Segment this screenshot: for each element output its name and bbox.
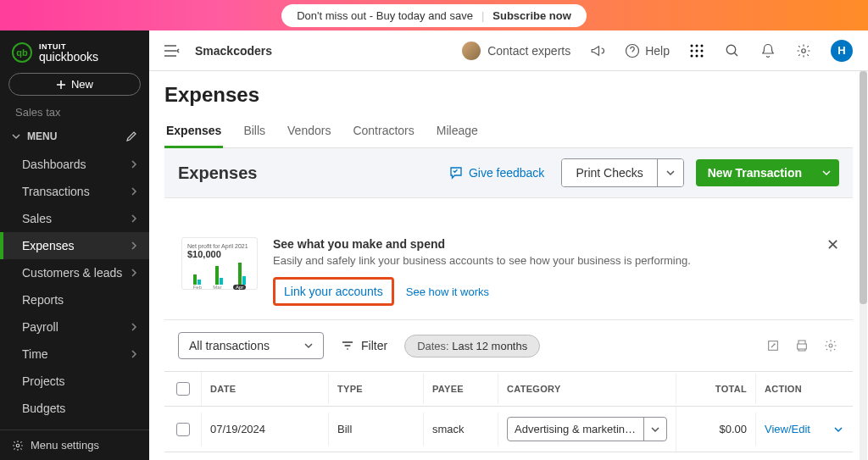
- filter-icon: [341, 339, 354, 352]
- tab-expenses[interactable]: Expenses: [164, 117, 223, 148]
- sidebar-item-label: Reports: [22, 293, 64, 307]
- print-icon[interactable]: [793, 337, 810, 354]
- tab-vendors[interactable]: Vendors: [286, 117, 332, 147]
- promo-pill[interactable]: Don't miss out - Buy today and save | Su…: [281, 4, 587, 27]
- col-category[interactable]: CATEGORY: [498, 374, 676, 404]
- sidebar-item-transactions[interactable]: Transactions: [0, 178, 149, 205]
- new-transaction-button[interactable]: New Transaction: [696, 159, 839, 186]
- chevron-down-icon[interactable]: [834, 425, 843, 434]
- cell-category: Advertising & marketing:We: [498, 407, 676, 452]
- svg-point-2: [691, 44, 693, 47]
- select-all-checkbox[interactable]: [176, 382, 190, 396]
- category-dropdown[interactable]: [643, 418, 666, 441]
- topbar: Smackcoders Contact experts Help: [149, 30, 868, 71]
- svg-point-3: [696, 44, 698, 47]
- tab-contractors[interactable]: Contractors: [351, 117, 415, 147]
- megaphone-icon[interactable]: [589, 42, 606, 59]
- export-icon[interactable]: [765, 337, 782, 354]
- filters-row: All transactions Filter Dates: Last 12 m…: [164, 320, 853, 371]
- new-button[interactable]: New: [8, 73, 141, 96]
- chevron-right-icon: [131, 159, 137, 169]
- col-total[interactable]: TOTAL: [676, 374, 756, 404]
- sidebar-item-customers-leads[interactable]: Customers & leads: [0, 259, 149, 286]
- help-icon: [625, 43, 640, 58]
- sidebar-item-expenses[interactable]: Expenses: [0, 232, 149, 259]
- see-how-it-works-link[interactable]: See how it works: [406, 285, 489, 298]
- col-type[interactable]: TYPE: [329, 374, 424, 404]
- chevron-down-icon: [822, 169, 831, 177]
- sidebar-item-label: Transactions: [22, 185, 90, 198]
- promo-text: Don't miss out - Buy today and save: [297, 9, 473, 22]
- chevron-right-icon: [131, 213, 137, 224]
- svg-point-10: [701, 54, 704, 57]
- promo-banner: Don't miss out - Buy today and save | Su…: [0, 0, 868, 30]
- tabs: ExpensesBillsVendorsContractorsMileage: [164, 117, 853, 148]
- sidebar-item-label: Payroll: [22, 320, 58, 334]
- page-title: Expenses: [164, 83, 853, 107]
- col-date[interactable]: DATE: [202, 374, 329, 404]
- sidebar-item-time[interactable]: Time: [0, 341, 149, 368]
- sidebar-item-budgets[interactable]: Budgets: [0, 395, 149, 422]
- tab-mileage[interactable]: Mileage: [435, 117, 480, 147]
- collapse-sidebar-icon[interactable]: [164, 45, 180, 57]
- chevron-right-icon: [131, 349, 137, 359]
- expenses-table: DATE TYPE PAYEE CATEGORY TOTAL ACTION 07…: [164, 371, 853, 460]
- tab-bills[interactable]: Bills: [242, 117, 267, 147]
- scrollbar[interactable]: [860, 71, 867, 460]
- subscribe-now-link[interactable]: Subscribe now: [492, 9, 570, 22]
- sidebar-item-reports[interactable]: Reports: [0, 286, 149, 313]
- promo-separator: |: [481, 9, 484, 22]
- svg-point-0: [16, 444, 19, 447]
- link-banner-desc: Easily and safely link your business acc…: [273, 254, 691, 267]
- sidebar-item-projects[interactable]: Projects: [0, 368, 149, 395]
- table-settings-gear-icon[interactable]: [822, 337, 839, 354]
- sidebar-item-payroll[interactable]: Payroll: [0, 313, 149, 341]
- bell-icon[interactable]: [760, 42, 776, 59]
- search-icon[interactable]: [724, 42, 741, 59]
- svg-point-7: [701, 49, 704, 52]
- subheader: Expenses Give feedback Print Checks New …: [164, 148, 853, 198]
- nav-item-truncated[interactable]: Sales tax: [0, 103, 149, 122]
- category-select[interactable]: Advertising & marketing:We: [507, 417, 667, 441]
- view-edit-link[interactable]: View/Edit: [765, 423, 844, 435]
- transactions-filter-select[interactable]: All transactions: [178, 332, 324, 359]
- sidebar-item-label: Projects: [22, 374, 65, 388]
- sidebar-item-label: Customers & leads: [22, 266, 122, 280]
- filter-button[interactable]: Filter: [341, 339, 387, 352]
- main-area: Smackcoders Contact experts Help: [149, 30, 868, 460]
- chevron-right-icon: [131, 241, 137, 251]
- company-name[interactable]: Smackcoders: [195, 44, 272, 58]
- chevron-right-icon: [131, 322, 137, 332]
- new-transaction-dropdown[interactable]: [814, 159, 839, 186]
- contact-experts-link[interactable]: Contact experts: [462, 42, 570, 60]
- chevron-right-icon: [131, 268, 137, 278]
- sidebar: qb INTUIT quickbooks New Sales tax MENU …: [0, 30, 149, 460]
- link-your-accounts-button[interactable]: Link your accounts: [273, 277, 394, 306]
- svg-point-6: [696, 49, 698, 52]
- chevron-right-icon: [131, 186, 137, 197]
- pencil-icon[interactable]: [125, 130, 137, 142]
- apps-grid-icon[interactable]: [688, 42, 705, 59]
- chevron-down-icon: [12, 132, 20, 141]
- print-checks-button[interactable]: Print Checks: [561, 158, 683, 187]
- svg-point-8: [691, 54, 693, 57]
- col-payee[interactable]: PAYEE: [424, 374, 498, 404]
- menu-header[interactable]: MENU: [0, 122, 149, 151]
- print-checks-dropdown[interactable]: [657, 159, 683, 186]
- cell-type: Bill: [329, 413, 424, 446]
- row-checkbox[interactable]: [176, 423, 190, 436]
- sidebar-item-label: Budgets: [22, 402, 65, 415]
- menu-settings[interactable]: Menu settings: [0, 430, 149, 460]
- sidebar-item-dashboards[interactable]: Dashboards: [0, 151, 149, 178]
- brand-logo[interactable]: qb INTUIT quickbooks: [0, 30, 149, 73]
- help-link[interactable]: Help: [625, 43, 670, 58]
- user-avatar[interactable]: H: [831, 40, 853, 62]
- link-banner-title: See what you make and spend: [273, 237, 691, 251]
- settings-gear-icon[interactable]: [795, 42, 812, 59]
- give-feedback-link[interactable]: Give feedback: [448, 165, 545, 180]
- sidebar-item-sales[interactable]: Sales: [0, 205, 149, 232]
- table-row: 07/19/2024 Bill smack Advertising & mark…: [164, 407, 853, 452]
- close-icon[interactable]: ✕: [826, 236, 839, 254]
- expert-avatar-icon: [462, 42, 481, 60]
- date-filter-pill[interactable]: Dates: Last 12 months: [404, 335, 540, 357]
